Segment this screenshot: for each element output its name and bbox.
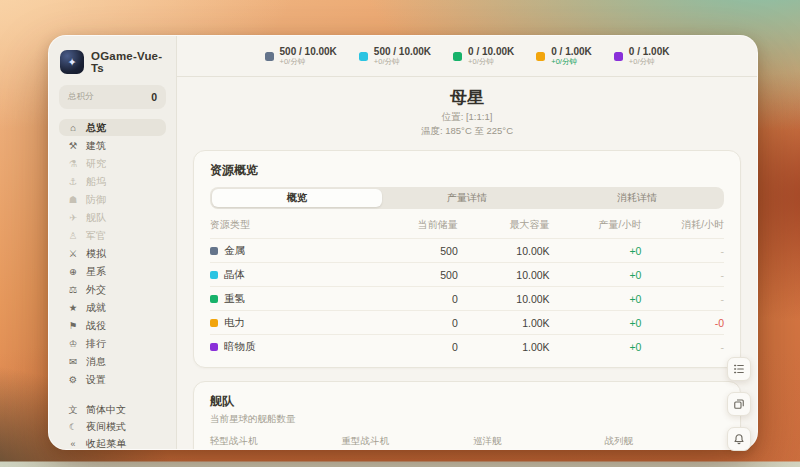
metal-icon xyxy=(265,52,274,61)
gear-icon: ⚙ xyxy=(67,374,79,386)
sidebar-item-defense[interactable]: ☗防御 xyxy=(59,191,166,208)
tab-production-details[interactable]: 产量详情 xyxy=(382,189,552,207)
star-icon: ★ xyxy=(67,302,79,314)
total-points-label: 总积分 xyxy=(68,91,94,103)
resource-chip-dark-matter: 0 / 1.00K+0/分钟 xyxy=(614,46,670,66)
build-queue-button[interactable] xyxy=(727,357,751,381)
collapse-menu-label: 收起菜单 xyxy=(86,438,126,450)
reports-button[interactable] xyxy=(727,392,751,416)
sidebar-item-label: 舰队 xyxy=(86,212,106,224)
notifications-button[interactable] xyxy=(727,427,751,451)
page-content: 母星 位置: [1:1:1] 温度: 185°C 至 225°C 资源概览 概览… xyxy=(177,77,757,449)
consumption-value: -0 xyxy=(641,317,724,329)
globe-icon: ⊕ xyxy=(67,266,79,278)
sidebar-item-label: 总览 xyxy=(86,122,106,134)
resource-name: 暗物质 xyxy=(224,340,256,354)
fleet-grid: 轻型战斗机0 重型战斗机0 巡洋舰0 战列舰0 战列巡洋舰0 轰炸机0 驱逐舰0… xyxy=(210,435,724,449)
language-label: 简体中文 xyxy=(86,404,126,416)
planet-header: 母星 位置: [1:1:1] 温度: 185°C 至 225°C xyxy=(193,86,741,137)
consumption-value: - xyxy=(641,269,724,281)
sidebar-item-label: 防御 xyxy=(86,194,106,206)
table-row-deuterium: 重氢 0 10.00K +0 - xyxy=(210,287,724,311)
resource-topbar: 500 / 10.00K+0/分钟 500 / 10.00K+0/分钟 0 / … xyxy=(177,36,757,77)
sidebar-item-overview[interactable]: ⌂总览 xyxy=(59,119,166,136)
resource-chip-crystal: 500 / 10.00K+0/分钟 xyxy=(359,46,431,66)
col-resource-type: 资源类型 xyxy=(210,218,366,232)
sidebar-item-label: 设置 xyxy=(86,374,106,386)
stacked-notes-icon xyxy=(733,398,745,410)
stock-value: 500 xyxy=(366,269,458,281)
shield-icon: ☗ xyxy=(67,194,79,206)
sidebar-item-settings[interactable]: ⚙设置 xyxy=(59,371,166,388)
collapse-menu-button[interactable]: «收起菜单 xyxy=(59,435,166,450)
capacity-value: 10.00K xyxy=(458,293,550,305)
sidebar-item-label: 战役 xyxy=(86,320,106,332)
sidebar-item-galaxy[interactable]: ⊕星系 xyxy=(59,263,166,280)
deuterium-icon xyxy=(453,52,462,61)
capacity-value: 10.00K xyxy=(458,269,550,281)
collapse-icon: « xyxy=(67,438,79,450)
metal-dot-icon xyxy=(210,247,218,255)
bell-icon xyxy=(733,433,745,445)
dark-matter-amount: 0 / 1.00K xyxy=(629,46,670,57)
metal-rate: +0/分钟 xyxy=(280,57,337,66)
queue-list-icon xyxy=(733,363,745,375)
sidebar-item-officers[interactable]: ♙军官 xyxy=(59,227,166,244)
sidebar-item-research[interactable]: ⚗研究 xyxy=(59,155,166,172)
crystal-amount: 500 / 10.00K xyxy=(374,46,431,57)
sidebar-item-shipyard[interactable]: ⚓船坞 xyxy=(59,173,166,190)
sidebar-item-ranking[interactable]: ♔排行 xyxy=(59,335,166,352)
sidebar-item-fleet[interactable]: ✈舰队 xyxy=(59,209,166,226)
language-icon: 文 xyxy=(67,404,79,416)
resource-table-header: 资源类型 当前储量 最大容量 产量/小时 消耗/小时 xyxy=(210,211,724,239)
total-points-badge: 总积分 0 xyxy=(59,85,166,109)
energy-icon xyxy=(536,52,545,61)
sidebar-item-achievements[interactable]: ★成就 xyxy=(59,299,166,316)
stock-value: 0 xyxy=(366,341,458,353)
deuterium-dot-icon xyxy=(210,295,218,303)
moon-icon: ☾ xyxy=(67,421,79,433)
tab-consumption-details[interactable]: 消耗详情 xyxy=(552,189,722,207)
fleet-card-subtitle: 当前星球的舰船数量 xyxy=(210,413,724,426)
home-icon: ⌂ xyxy=(67,122,79,134)
sidebar-item-buildings[interactable]: ⚒建筑 xyxy=(59,137,166,154)
crossed-swords-icon: ⚔ xyxy=(67,248,79,260)
production-value: +0 xyxy=(550,269,642,281)
capacity-value: 10.00K xyxy=(458,245,550,257)
resource-overview-card: 资源概览 概览 产量详情 消耗详情 资源类型 当前储量 最大容量 产量/小时 消… xyxy=(193,150,741,368)
night-mode-toggle[interactable]: ☾夜间模式 xyxy=(59,418,166,435)
production-value: +0 xyxy=(550,293,642,305)
sidebar-item-label: 外交 xyxy=(86,284,106,296)
sidebar-item-simulator[interactable]: ⚔模拟 xyxy=(59,245,166,262)
crystal-rate: +0/分钟 xyxy=(374,57,431,66)
sidebar-item-label: 军官 xyxy=(86,230,106,242)
sidebar-item-messages[interactable]: ✉消息 xyxy=(59,353,166,370)
production-value: +0 xyxy=(550,317,642,329)
stock-value: 0 xyxy=(366,317,458,329)
ship-item-battleship: 战列舰0 xyxy=(605,435,725,449)
consumption-value: - xyxy=(641,293,724,305)
sidebar-item-label: 成就 xyxy=(86,302,106,314)
main-area: 500 / 10.00K+0/分钟 500 / 10.00K+0/分钟 0 / … xyxy=(177,36,757,449)
sidebar: ✦ OGame-Vue-Ts 总积分 0 ⌂总览 ⚒建筑 ⚗研究 ⚓船坞 ☗防御… xyxy=(49,36,177,449)
resource-chip-energy: 0 / 1.00K+0/分钟 xyxy=(536,46,592,66)
energy-dot-icon xyxy=(210,319,218,327)
capacity-value: 1.00K xyxy=(458,317,550,329)
tab-overview[interactable]: 概览 xyxy=(212,189,382,207)
sidebar-item-campaign[interactable]: ⚑战役 xyxy=(59,317,166,334)
consumption-value: - xyxy=(641,341,724,353)
resource-chip-metal: 500 / 10.00K+0/分钟 xyxy=(265,46,337,66)
sidebar-item-label: 消息 xyxy=(86,356,106,368)
resource-name: 重氢 xyxy=(224,292,245,306)
app-logo: ✦ OGame-Vue-Ts xyxy=(59,45,166,81)
side-action-buttons xyxy=(727,357,751,451)
sidebar-item-diplomacy[interactable]: ⚖外交 xyxy=(59,281,166,298)
sidebar-menu: ⌂总览 ⚒建筑 ⚗研究 ⚓船坞 ☗防御 ✈舰队 ♙军官 ⚔模拟 ⊕星系 ⚖外交 … xyxy=(59,119,166,388)
planet-title: 母星 xyxy=(193,86,741,109)
planet-position: 位置: [1:1:1] xyxy=(193,111,741,123)
buildings-icon: ⚒ xyxy=(67,140,79,152)
crown-icon: ♔ xyxy=(67,338,79,350)
consumption-value: - xyxy=(641,245,724,257)
shipyard-icon: ⚓ xyxy=(67,176,79,188)
language-toggle[interactable]: 文简体中文 xyxy=(59,401,166,418)
